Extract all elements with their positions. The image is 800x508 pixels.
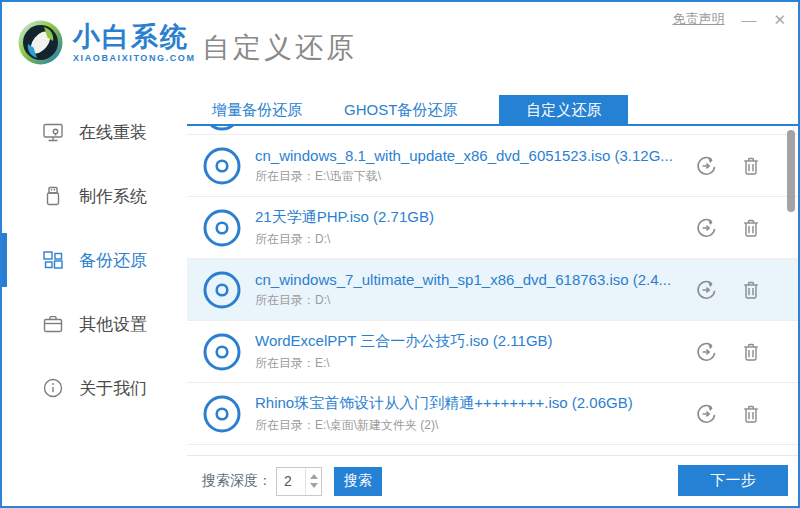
restore-icon[interactable] — [695, 341, 717, 363]
brand-text: 小白系统 XIAOBAIXITONG.COM — [73, 22, 196, 63]
sidebar-item-label: 在线重装 — [79, 121, 147, 144]
iso-list-item-partial — [187, 126, 800, 135]
iso-list-item[interactable]: cn_windows_8.1_with_update_x86_dvd_60515… — [187, 135, 800, 197]
restore-icon[interactable] — [695, 279, 717, 301]
iso-item-directory: 所在目录：D:\ — [255, 231, 695, 248]
iso-item-directory: 所在目录：D:\ — [255, 292, 695, 309]
directory-label: 所在目录： — [255, 169, 315, 183]
page-title: 自定义还原 — [202, 29, 357, 67]
grid-icon — [42, 249, 64, 271]
app-logo-icon — [17, 19, 64, 66]
restore-icon[interactable] — [695, 217, 717, 239]
sidebar-item-backup-restore[interactable]: 备份还原 — [2, 228, 187, 292]
restore-icon[interactable] — [695, 403, 717, 425]
trash-icon[interactable] — [740, 279, 762, 301]
search-depth-stepper[interactable]: 2 — [276, 467, 322, 496]
disclaimer-link[interactable]: 免责声明 — [672, 10, 724, 28]
directory-label: 所在目录： — [255, 356, 315, 370]
trash-icon[interactable] — [740, 217, 762, 239]
tab-incremental-backup-restore[interactable]: 增量备份还原 — [212, 95, 302, 124]
directory-value: E:\桌面\新建文件夹 (2)\ — [315, 418, 438, 432]
iso-list-item[interactable]: 21天学通PHP.iso (2.71GB) 所在目录：D:\ — [187, 197, 800, 259]
titlebar: 免责声明 — ✕ — [672, 10, 786, 28]
next-step-button[interactable]: 下一步 — [678, 465, 788, 496]
monitor-icon — [42, 121, 64, 143]
iso-item-text: cn_windows_8.1_with_update_x86_dvd_60515… — [255, 147, 695, 185]
directory-value: E:\ — [315, 356, 330, 370]
directory-value: D:\ — [315, 293, 330, 307]
iso-item-title: Rhino珠宝首饰设计从入门到精通++++++++.iso (2.06GB) — [255, 394, 695, 413]
iso-item-actions — [695, 341, 762, 363]
sidebar-item-label: 备份还原 — [79, 249, 147, 272]
footer-bar: 搜索深度： 2 搜索 下一步 — [187, 455, 798, 506]
iso-list: cn_windows_8.1_with_update_x86_dvd_60515… — [187, 126, 800, 457]
disc-icon — [202, 146, 242, 186]
sidebar-item-make-system[interactable]: 制作系统 — [2, 164, 187, 228]
brand-name: 小白系统 — [73, 22, 196, 52]
iso-item-title: WordExcelPPT 三合一办公技巧.iso (2.11GB) — [255, 332, 695, 351]
scrollbar-thumb[interactable] — [787, 130, 795, 212]
brand-domain: XIAOBAIXITONG.COM — [73, 53, 196, 63]
tab-ghost-backup-restore[interactable]: GHOST备份还原 — [344, 95, 457, 124]
sidebar-item-label: 制作系统 — [79, 185, 147, 208]
close-button[interactable]: ✕ — [773, 12, 786, 27]
directory-label: 所在目录： — [255, 293, 315, 307]
directory-value: D:\ — [315, 232, 330, 246]
info-icon — [42, 377, 64, 399]
disc-icon — [202, 270, 242, 310]
iso-item-actions — [695, 217, 762, 239]
iso-item-text: WordExcelPPT 三合一办公技巧.iso (2.11GB) 所在目录：E… — [255, 332, 695, 372]
tab-bar: 增量备份还原 GHOST备份还原 自定义还原 — [187, 95, 798, 126]
trash-icon[interactable] — [740, 155, 762, 177]
sidebar-item-about-us[interactable]: 关于我们 — [2, 356, 187, 420]
iso-item-title: cn_windows_7_ultimate_with_sp1_x86_dvd_6… — [255, 271, 695, 288]
iso-item-actions — [695, 279, 762, 301]
directory-value: E:\迅雷下载\ — [315, 169, 381, 183]
directory-label: 所在目录： — [255, 418, 315, 432]
iso-item-directory: 所在目录：E:\桌面\新建文件夹 (2)\ — [255, 417, 695, 434]
directory-label: 所在目录： — [255, 232, 315, 246]
tab-custom-restore[interactable]: 自定义还原 — [499, 95, 628, 124]
iso-item-text: 21天学通PHP.iso (2.71GB) 所在目录：D:\ — [255, 208, 695, 248]
restore-icon[interactable] — [695, 155, 717, 177]
sidebar-item-label: 其他设置 — [79, 313, 147, 336]
disc-icon — [202, 394, 242, 434]
stepper-up-icon[interactable] — [310, 474, 318, 479]
briefcase-icon — [42, 313, 64, 335]
minimize-button[interactable]: — — [741, 12, 756, 27]
iso-item-actions — [695, 155, 762, 177]
iso-item-directory: 所在目录：E:\迅雷下载\ — [255, 168, 695, 185]
brand: 小白系统 XIAOBAIXITONG.COM — [17, 19, 196, 66]
trash-icon[interactable] — [740, 341, 762, 363]
iso-list-item[interactable]: WordExcelPPT 三合一办公技巧.iso (2.11GB) 所在目录：E… — [187, 321, 800, 383]
sidebar-item-label: 关于我们 — [79, 377, 147, 400]
iso-list-item[interactable]: Rhino珠宝首饰设计从入门到精通++++++++.iso (2.06GB) 所… — [187, 383, 800, 445]
search-depth-value[interactable]: 2 — [277, 468, 305, 495]
iso-item-title: cn_windows_8.1_with_update_x86_dvd_60515… — [255, 147, 695, 164]
stepper-down-icon[interactable] — [310, 483, 318, 488]
iso-item-actions — [695, 403, 762, 425]
search-button[interactable]: 搜索 — [334, 467, 382, 496]
trash-icon[interactable] — [740, 403, 762, 425]
iso-item-directory: 所在目录：E:\ — [255, 355, 695, 372]
stepper-arrows — [305, 468, 321, 495]
disc-icon — [202, 332, 242, 372]
disc-icon — [202, 126, 242, 132]
search-depth-label: 搜索深度： — [202, 472, 272, 490]
disc-icon — [202, 208, 242, 248]
iso-list-item-selected[interactable]: cn_windows_7_ultimate_with_sp1_x86_dvd_6… — [187, 259, 800, 321]
iso-item-title: 21天学通PHP.iso (2.71GB) — [255, 208, 695, 227]
sidebar: 在线重装 制作系统 备份还原 其他设置 — [2, 88, 187, 506]
sidebar-item-online-reinstall[interactable]: 在线重装 — [2, 100, 187, 164]
sidebar-item-other-settings[interactable]: 其他设置 — [2, 292, 187, 356]
usb-icon — [42, 185, 64, 207]
iso-item-text: Rhino珠宝首饰设计从入门到精通++++++++.iso (2.06GB) 所… — [255, 394, 695, 434]
app-window: 免责声明 — ✕ 小白系统 XIAOBAIXITONG.COM 自定义还原 — [0, 0, 800, 508]
iso-item-text: cn_windows_7_ultimate_with_sp1_x86_dvd_6… — [255, 271, 695, 309]
